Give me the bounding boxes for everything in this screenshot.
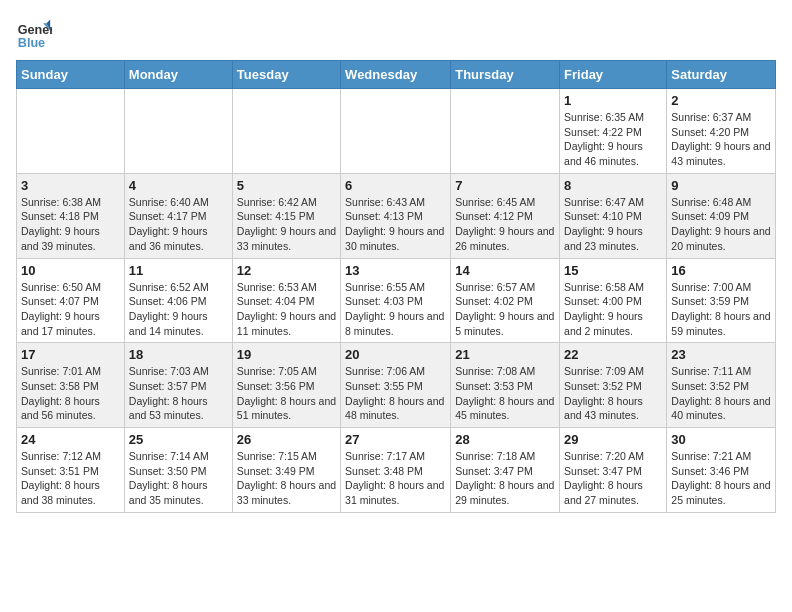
- calendar-day-cell: 9Sunrise: 6:48 AMSunset: 4:09 PMDaylight…: [667, 173, 776, 258]
- calendar-day-cell: [341, 89, 451, 174]
- day-info: Sunrise: 7:20 AMSunset: 3:47 PMDaylight:…: [564, 449, 662, 508]
- day-info: Sunrise: 6:53 AMSunset: 4:04 PMDaylight:…: [237, 280, 336, 339]
- calendar-day-cell: 5Sunrise: 6:42 AMSunset: 4:15 PMDaylight…: [232, 173, 340, 258]
- calendar-day-cell: 12Sunrise: 6:53 AMSunset: 4:04 PMDayligh…: [232, 258, 340, 343]
- calendar-day-cell: 18Sunrise: 7:03 AMSunset: 3:57 PMDayligh…: [124, 343, 232, 428]
- day-number: 12: [237, 263, 336, 278]
- calendar-day-cell: 23Sunrise: 7:11 AMSunset: 3:52 PMDayligh…: [667, 343, 776, 428]
- calendar-day-cell: 16Sunrise: 7:00 AMSunset: 3:59 PMDayligh…: [667, 258, 776, 343]
- day-info: Sunrise: 6:45 AMSunset: 4:12 PMDaylight:…: [455, 195, 555, 254]
- day-number: 23: [671, 347, 771, 362]
- calendar-day-cell: 26Sunrise: 7:15 AMSunset: 3:49 PMDayligh…: [232, 428, 340, 513]
- calendar-week-row: 24Sunrise: 7:12 AMSunset: 3:51 PMDayligh…: [17, 428, 776, 513]
- day-info: Sunrise: 6:57 AMSunset: 4:02 PMDaylight:…: [455, 280, 555, 339]
- day-info: Sunrise: 6:40 AMSunset: 4:17 PMDaylight:…: [129, 195, 228, 254]
- day-number: 10: [21, 263, 120, 278]
- day-info: Sunrise: 6:47 AMSunset: 4:10 PMDaylight:…: [564, 195, 662, 254]
- day-number: 16: [671, 263, 771, 278]
- day-info: Sunrise: 7:00 AMSunset: 3:59 PMDaylight:…: [671, 280, 771, 339]
- calendar-day-cell: [17, 89, 125, 174]
- day-info: Sunrise: 7:17 AMSunset: 3:48 PMDaylight:…: [345, 449, 446, 508]
- day-info: Sunrise: 6:48 AMSunset: 4:09 PMDaylight:…: [671, 195, 771, 254]
- day-of-week-header: Friday: [560, 61, 667, 89]
- day-info: Sunrise: 6:35 AMSunset: 4:22 PMDaylight:…: [564, 110, 662, 169]
- day-of-week-header: Tuesday: [232, 61, 340, 89]
- day-number: 6: [345, 178, 446, 193]
- calendar-week-row: 17Sunrise: 7:01 AMSunset: 3:58 PMDayligh…: [17, 343, 776, 428]
- day-info: Sunrise: 6:38 AMSunset: 4:18 PMDaylight:…: [21, 195, 120, 254]
- day-number: 5: [237, 178, 336, 193]
- day-number: 14: [455, 263, 555, 278]
- day-of-week-header: Monday: [124, 61, 232, 89]
- calendar-day-cell: 10Sunrise: 6:50 AMSunset: 4:07 PMDayligh…: [17, 258, 125, 343]
- calendar-week-row: 1Sunrise: 6:35 AMSunset: 4:22 PMDaylight…: [17, 89, 776, 174]
- logo-icon: General Blue: [16, 16, 52, 52]
- day-number: 21: [455, 347, 555, 362]
- calendar-day-cell: 3Sunrise: 6:38 AMSunset: 4:18 PMDaylight…: [17, 173, 125, 258]
- calendar-day-cell: 2Sunrise: 6:37 AMSunset: 4:20 PMDaylight…: [667, 89, 776, 174]
- day-number: 19: [237, 347, 336, 362]
- day-number: 15: [564, 263, 662, 278]
- day-number: 27: [345, 432, 446, 447]
- day-of-week-header: Sunday: [17, 61, 125, 89]
- day-info: Sunrise: 7:03 AMSunset: 3:57 PMDaylight:…: [129, 364, 228, 423]
- svg-text:Blue: Blue: [18, 36, 45, 50]
- calendar-day-cell: 22Sunrise: 7:09 AMSunset: 3:52 PMDayligh…: [560, 343, 667, 428]
- day-of-week-header: Wednesday: [341, 61, 451, 89]
- calendar-day-cell: 4Sunrise: 6:40 AMSunset: 4:17 PMDaylight…: [124, 173, 232, 258]
- calendar-day-cell: 28Sunrise: 7:18 AMSunset: 3:47 PMDayligh…: [451, 428, 560, 513]
- day-info: Sunrise: 7:05 AMSunset: 3:56 PMDaylight:…: [237, 364, 336, 423]
- calendar-day-cell: 8Sunrise: 6:47 AMSunset: 4:10 PMDaylight…: [560, 173, 667, 258]
- day-number: 25: [129, 432, 228, 447]
- calendar-day-cell: 15Sunrise: 6:58 AMSunset: 4:00 PMDayligh…: [560, 258, 667, 343]
- calendar-day-cell: 24Sunrise: 7:12 AMSunset: 3:51 PMDayligh…: [17, 428, 125, 513]
- day-number: 13: [345, 263, 446, 278]
- day-number: 20: [345, 347, 446, 362]
- calendar-day-cell: 7Sunrise: 6:45 AMSunset: 4:12 PMDaylight…: [451, 173, 560, 258]
- day-number: 26: [237, 432, 336, 447]
- calendar-table: SundayMondayTuesdayWednesdayThursdayFrid…: [16, 60, 776, 513]
- day-number: 9: [671, 178, 771, 193]
- day-info: Sunrise: 6:52 AMSunset: 4:06 PMDaylight:…: [129, 280, 228, 339]
- day-number: 8: [564, 178, 662, 193]
- calendar-day-cell: 25Sunrise: 7:14 AMSunset: 3:50 PMDayligh…: [124, 428, 232, 513]
- day-number: 4: [129, 178, 228, 193]
- calendar-day-cell: 13Sunrise: 6:55 AMSunset: 4:03 PMDayligh…: [341, 258, 451, 343]
- day-number: 3: [21, 178, 120, 193]
- day-info: Sunrise: 7:09 AMSunset: 3:52 PMDaylight:…: [564, 364, 662, 423]
- day-info: Sunrise: 7:08 AMSunset: 3:53 PMDaylight:…: [455, 364, 555, 423]
- calendar-day-cell: [232, 89, 340, 174]
- day-number: 7: [455, 178, 555, 193]
- calendar-day-cell: 14Sunrise: 6:57 AMSunset: 4:02 PMDayligh…: [451, 258, 560, 343]
- day-info: Sunrise: 6:50 AMSunset: 4:07 PMDaylight:…: [21, 280, 120, 339]
- calendar-day-cell: 6Sunrise: 6:43 AMSunset: 4:13 PMDaylight…: [341, 173, 451, 258]
- day-number: 1: [564, 93, 662, 108]
- day-number: 17: [21, 347, 120, 362]
- calendar-day-cell: 1Sunrise: 6:35 AMSunset: 4:22 PMDaylight…: [560, 89, 667, 174]
- day-number: 11: [129, 263, 228, 278]
- calendar-day-cell: 20Sunrise: 7:06 AMSunset: 3:55 PMDayligh…: [341, 343, 451, 428]
- calendar-day-cell: 27Sunrise: 7:17 AMSunset: 3:48 PMDayligh…: [341, 428, 451, 513]
- day-number: 22: [564, 347, 662, 362]
- calendar-day-cell: 19Sunrise: 7:05 AMSunset: 3:56 PMDayligh…: [232, 343, 340, 428]
- day-number: 29: [564, 432, 662, 447]
- logo: General Blue: [16, 16, 56, 52]
- day-number: 30: [671, 432, 771, 447]
- calendar-day-cell: [451, 89, 560, 174]
- day-number: 18: [129, 347, 228, 362]
- calendar-day-cell: 29Sunrise: 7:20 AMSunset: 3:47 PMDayligh…: [560, 428, 667, 513]
- day-info: Sunrise: 6:55 AMSunset: 4:03 PMDaylight:…: [345, 280, 446, 339]
- day-of-week-header: Saturday: [667, 61, 776, 89]
- day-number: 2: [671, 93, 771, 108]
- day-info: Sunrise: 7:06 AMSunset: 3:55 PMDaylight:…: [345, 364, 446, 423]
- day-info: Sunrise: 7:21 AMSunset: 3:46 PMDaylight:…: [671, 449, 771, 508]
- calendar-header-row: SundayMondayTuesdayWednesdayThursdayFrid…: [17, 61, 776, 89]
- day-info: Sunrise: 7:12 AMSunset: 3:51 PMDaylight:…: [21, 449, 120, 508]
- day-info: Sunrise: 7:01 AMSunset: 3:58 PMDaylight:…: [21, 364, 120, 423]
- day-number: 28: [455, 432, 555, 447]
- day-info: Sunrise: 6:37 AMSunset: 4:20 PMDaylight:…: [671, 110, 771, 169]
- calendar-day-cell: 17Sunrise: 7:01 AMSunset: 3:58 PMDayligh…: [17, 343, 125, 428]
- calendar-day-cell: 21Sunrise: 7:08 AMSunset: 3:53 PMDayligh…: [451, 343, 560, 428]
- day-info: Sunrise: 6:58 AMSunset: 4:00 PMDaylight:…: [564, 280, 662, 339]
- calendar-day-cell: 11Sunrise: 6:52 AMSunset: 4:06 PMDayligh…: [124, 258, 232, 343]
